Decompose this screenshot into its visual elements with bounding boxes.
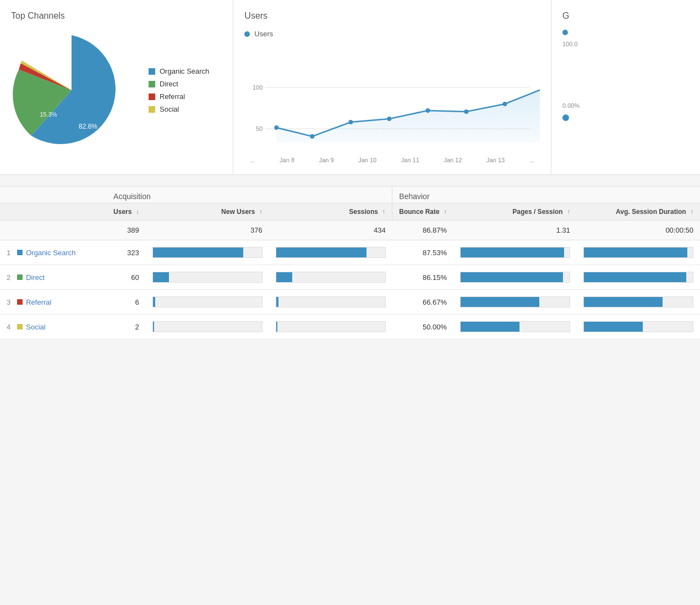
legend-item-organic: Organic Search <box>149 67 209 75</box>
users-line-chart: 100 50 <box>244 43 540 153</box>
pages-bar-2 <box>453 290 577 315</box>
users-legend-dot <box>244 31 250 37</box>
bounce-rate-0: 87.53% <box>392 240 453 265</box>
row-num-3: 4 <box>7 323 10 331</box>
chart-dot-2 <box>349 120 353 124</box>
total-label <box>0 221 107 240</box>
chart-dot-5 <box>464 109 469 114</box>
chart-dot-3 <box>387 117 392 121</box>
legend-color-social <box>149 106 155 113</box>
behavior-bar-0 <box>460 247 570 258</box>
total-pages-session: 1.31 <box>453 221 577 240</box>
x-label-6: Jan 13 <box>486 157 505 163</box>
table-row: 1 Organic Search 323 87.53% <box>0 240 700 265</box>
bounce-rate-1: 86.15% <box>392 265 453 290</box>
legend-label-social: Social <box>160 105 179 113</box>
avg-bar-0 <box>577 240 700 265</box>
col-header-row: Users ↓ New Users ↑ Sessions ↑ Bounce Ra… <box>0 204 700 221</box>
channel-color-2 <box>17 299 23 305</box>
new-users-bar-1 <box>146 265 269 290</box>
bar-fill-1 <box>153 272 169 282</box>
channel-color-0 <box>17 250 23 255</box>
top-channels-title: Top Channels <box>11 11 222 21</box>
pages-bar-3 <box>453 315 577 339</box>
bar-container-3 <box>152 321 262 332</box>
sort-arrow-sessions: ↑ <box>382 208 385 216</box>
third-card-dot <box>562 30 568 35</box>
col-header-sessions[interactable]: Sessions ↑ <box>269 204 392 221</box>
channel-name-0[interactable]: Organic Search <box>26 249 75 257</box>
pie-chart: 82.6% 15.3% <box>11 30 132 151</box>
legend-color-organic <box>149 68 155 75</box>
sort-arrow-users: ↓ <box>136 208 139 216</box>
users-value-0: 323 <box>107 240 146 265</box>
channel-name-1[interactable]: Direct <box>26 273 45 282</box>
x-label-1: Jan 8 <box>280 157 294 163</box>
col-header-new-users[interactable]: New Users ↑ <box>146 204 269 221</box>
users-legend: Users <box>244 30 540 38</box>
avg-fill-2 <box>584 297 663 307</box>
sort-arrow-bounce: ↑ <box>444 208 447 216</box>
sessions-cell-3 <box>269 315 392 339</box>
legend-color-direct <box>149 81 155 87</box>
top-channels-card: Top Channels 82.6% 15.3% <box>0 0 233 174</box>
legend-item-direct: Direct <box>149 80 209 88</box>
col-header-pages-session[interactable]: Pages / Session ↑ <box>453 204 577 221</box>
pie-label-organic: 82.6% <box>79 123 97 130</box>
legend-label-direct: Direct <box>160 80 178 88</box>
total-avg-session: 00:00:50 <box>577 221 700 240</box>
channel-name-3[interactable]: Social <box>26 323 45 331</box>
x-label-4: Jan 11 <box>401 157 419 163</box>
bar-container-1 <box>152 272 262 283</box>
sort-arrow-pages: ↑ <box>567 208 570 216</box>
channel-name-2[interactable]: Referral <box>26 298 51 306</box>
col-header-bounce-rate[interactable]: Bounce Rate ↑ <box>392 204 453 221</box>
row-num-2: 3 <box>7 298 10 306</box>
chart-dot-4 <box>426 108 430 113</box>
channel-cell-2: 3 Referral <box>0 290 107 315</box>
col-header-avg-session[interactable]: Avg. Session Duration ↑ <box>577 204 700 221</box>
users-card: Users Users 100 50 <box>233 0 551 174</box>
channel-cell-3: 4 Social <box>0 315 107 339</box>
bar-fill-3 <box>153 322 154 332</box>
third-card-y1: 100.0 <box>562 41 689 47</box>
sessions-fill-2 <box>276 297 278 307</box>
bar-fill-0 <box>153 248 243 257</box>
total-new-users: 376 <box>146 221 269 240</box>
sessions-cell-1 <box>269 265 392 290</box>
table-section: Acquisition Behavior Users ↓ New Users ↑… <box>0 186 700 339</box>
sessions-cell-0 <box>269 240 392 265</box>
x-label-7: ... <box>529 157 534 163</box>
users-chart-area: 100 50 <box>244 43 540 153</box>
third-card: G 100.0 0.00% <box>551 0 700 174</box>
new-users-bar-3 <box>146 315 269 339</box>
legend-label-referral: Referral <box>160 92 185 101</box>
channel-cell-1: 2 Direct <box>0 265 107 290</box>
behavior-group-header: Behavior <box>392 186 700 204</box>
svg-text:50: 50 <box>256 125 262 132</box>
channel-label-2: 3 Referral <box>7 298 100 306</box>
users-legend-label: Users <box>254 30 273 38</box>
sessions-fill-3 <box>276 322 277 332</box>
pages-bar-1 <box>453 265 577 290</box>
pie-section: 82.6% 15.3% Organic Search Direct Referr… <box>11 30 222 151</box>
svg-text:100: 100 <box>253 84 262 91</box>
sort-arrow-new-users: ↑ <box>259 208 262 216</box>
bounce-rate-2: 66.67% <box>392 290 453 315</box>
table-row: 3 Referral 6 66.67% <box>0 290 700 315</box>
behavior-fill-2 <box>461 297 539 307</box>
sessions-fill-1 <box>276 272 293 282</box>
chart-dot-6 <box>503 102 507 106</box>
col-header-users[interactable]: Users ↓ <box>107 204 146 221</box>
behavior-fill-1 <box>461 272 563 282</box>
table-wrapper: Acquisition Behavior Users ↓ New Users ↑… <box>0 186 700 339</box>
avg-bar-2 <box>577 290 700 315</box>
behavior-fill-0 <box>461 248 564 257</box>
bar-container-2 <box>152 296 262 307</box>
channel-color-1 <box>17 274 23 280</box>
behavior-fill-3 <box>461 322 519 332</box>
sessions-bar-1 <box>276 272 386 283</box>
avg-behavior-bar-1 <box>583 272 693 283</box>
new-users-bar-0 <box>146 240 269 265</box>
third-card-dot2 <box>562 114 569 121</box>
